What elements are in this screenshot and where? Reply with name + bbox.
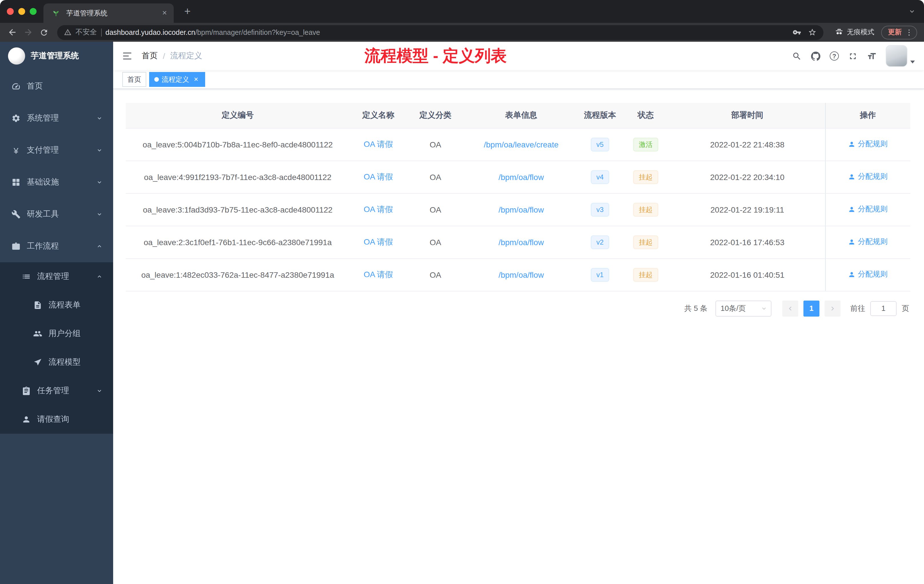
tab-search-chevron-icon[interactable]	[908, 7, 916, 15]
next-page-button[interactable]	[825, 300, 841, 316]
update-button[interactable]: 更新 ⋮	[881, 25, 917, 39]
version-badge: v2	[591, 235, 609, 249]
pagination: 共 5 条 10条/页 1 前往	[126, 300, 910, 316]
form-link[interactable]: /bpm/oa/flow	[498, 238, 544, 247]
incognito-label: 无痕模式	[847, 27, 874, 37]
version-badge: v1	[591, 268, 609, 281]
deploy-time-cell: 2022-01-16 01:40:51	[670, 258, 825, 291]
definition-name-link[interactable]: OA 请假	[364, 172, 393, 181]
person-icon	[848, 206, 856, 213]
tab-close-icon[interactable]: ×	[160, 8, 169, 18]
definition-name-link[interactable]: OA 请假	[364, 237, 393, 246]
app-logo[interactable]: 芋道管理系统	[0, 42, 113, 70]
reload-button[interactable]	[36, 25, 51, 40]
form-link[interactable]: /bpm/oa/flow	[498, 205, 544, 214]
window-close-button[interactable]	[7, 8, 14, 15]
user-avatar-menu[interactable]	[886, 45, 915, 67]
breadcrumb: 首页 / 流程定义	[142, 51, 202, 61]
table-row: oa_leave:1:482ec033-762a-11ec-8477-a2380…	[126, 258, 910, 291]
security-label: 不安全	[76, 27, 97, 37]
bookmark-star-icon[interactable]	[808, 28, 817, 36]
sidebar-item-task-management[interactable]: 任务管理	[0, 376, 113, 405]
chevron-down-icon	[96, 115, 103, 122]
page-annotation-title: 流程模型 - 定义列表	[365, 45, 507, 67]
assign-rule-button[interactable]: 分配规则	[848, 237, 888, 247]
yen-icon: ¥	[10, 145, 22, 155]
browser-menu-icon[interactable]: ⋮	[904, 28, 914, 36]
clipboard-icon	[21, 386, 32, 396]
definition-name-link[interactable]: OA 请假	[364, 139, 393, 148]
table-row: oa_leave:2:3c1f0ef1-76b1-11ec-9c66-a2380…	[126, 226, 910, 258]
active-tag-dot	[154, 77, 159, 82]
form-link[interactable]: /bpm/oa/flow	[498, 270, 544, 279]
security-warning-icon[interactable]	[64, 28, 71, 36]
deploy-time-cell: 2022-01-22 19:19:11	[670, 193, 825, 226]
help-icon[interactable]: ?	[830, 51, 839, 61]
sidebar-toggle-button[interactable]	[122, 51, 132, 61]
back-button[interactable]	[5, 25, 20, 40]
paper-plane-icon	[32, 358, 43, 367]
sidebar-item-user-group[interactable]: 用户分组	[0, 319, 113, 348]
new-tab-button[interactable]: +	[181, 5, 194, 18]
form-link[interactable]: /bpm/oa/flow	[498, 172, 544, 181]
breadcrumb-home[interactable]: 首页	[142, 51, 158, 61]
sidebar-item-devtools[interactable]: 研发工具	[0, 198, 113, 230]
window-zoom-button[interactable]	[30, 8, 36, 15]
assign-rule-button[interactable]: 分配规则	[848, 269, 888, 280]
browser-tab[interactable]: 芋道管理系统 ×	[43, 3, 174, 23]
deploy-time-cell: 2022-01-22 21:48:38	[670, 128, 825, 160]
column-definition-id: 定义编号	[126, 103, 350, 128]
sidebar-item-leave-query[interactable]: 请假查询	[0, 405, 113, 434]
fullscreen-icon[interactable]	[848, 51, 858, 61]
avatar-caret-icon	[910, 61, 915, 63]
tag-close-icon[interactable]: ×	[192, 76, 200, 83]
category-cell: OA	[407, 128, 464, 160]
page-number-button[interactable]: 1	[804, 300, 819, 316]
breadcrumb-current: 流程定义	[170, 51, 202, 61]
incognito-icon	[835, 28, 843, 36]
tag-home[interactable]: 首页	[122, 72, 146, 87]
password-key-icon[interactable]	[792, 28, 801, 36]
table-row: oa_leave:4:991f2193-7b7f-11ec-a3c8-acde4…	[126, 160, 910, 193]
pagination-total: 共 5 条	[684, 303, 708, 313]
sidebar-item-process-management[interactable]: 流程管理	[0, 262, 113, 291]
goto-page-input[interactable]	[870, 301, 897, 316]
status-badge: 挂起	[633, 170, 658, 184]
sidebar-menu: 首页 系统管理 ¥ 支付管理	[0, 70, 113, 434]
update-label: 更新	[888, 27, 902, 37]
sidebar-item-infrastructure[interactable]: 基础设施	[0, 166, 113, 198]
assign-rule-button[interactable]: 分配规则	[848, 172, 888, 182]
sidebar-item-workflow[interactable]: 工作流程	[0, 230, 113, 262]
tag-process-definition[interactable]: 流程定义 ×	[149, 72, 205, 87]
column-process-version: 流程版本	[578, 103, 622, 128]
definition-name-link[interactable]: OA 请假	[364, 269, 393, 279]
assign-rule-button[interactable]: 分配规则	[848, 139, 888, 149]
definition-name-link[interactable]: OA 请假	[364, 204, 393, 213]
prev-page-button[interactable]	[782, 300, 798, 316]
document-icon	[32, 300, 43, 310]
sidebar-item-home[interactable]: 首页	[0, 70, 113, 102]
definition-id-cell: oa_leave:2:3c1f0ef1-76b1-11ec-9c66-a2380…	[126, 226, 350, 258]
incognito-badge: 无痕模式	[829, 27, 880, 37]
sidebar-item-payment[interactable]: ¥ 支付管理	[0, 134, 113, 166]
chevron-down-icon	[96, 147, 103, 154]
person-icon	[848, 140, 856, 148]
font-size-icon[interactable]	[867, 51, 876, 61]
chevron-down-icon	[761, 305, 767, 312]
address-bar[interactable]: 不安全 dashboard.yudao.iocoder.cn/bpm/manag…	[57, 25, 823, 40]
search-icon[interactable]	[792, 51, 802, 61]
page-url: dashboard.yudao.iocoder.cn/bpm/manager/d…	[106, 28, 320, 36]
form-link[interactable]: /bpm/oa/leave/create	[484, 140, 559, 149]
window-minimize-button[interactable]	[18, 8, 25, 15]
github-icon[interactable]	[811, 51, 820, 61]
forward-button[interactable]	[21, 25, 35, 40]
sidebar-item-system[interactable]: 系统管理	[0, 102, 113, 134]
assign-rule-button[interactable]: 分配规则	[848, 204, 888, 214]
sidebar-item-process-model[interactable]: 流程模型	[0, 348, 113, 376]
page-unit-label: 页	[902, 303, 909, 313]
browser-chrome: 芋道管理系统 × + 不安全	[0, 0, 924, 42]
category-cell: OA	[407, 193, 464, 226]
column-form-info: 表单信息	[464, 103, 578, 128]
page-size-select[interactable]: 10条/页	[715, 300, 771, 316]
sidebar-item-process-form[interactable]: 流程表单	[0, 291, 113, 319]
